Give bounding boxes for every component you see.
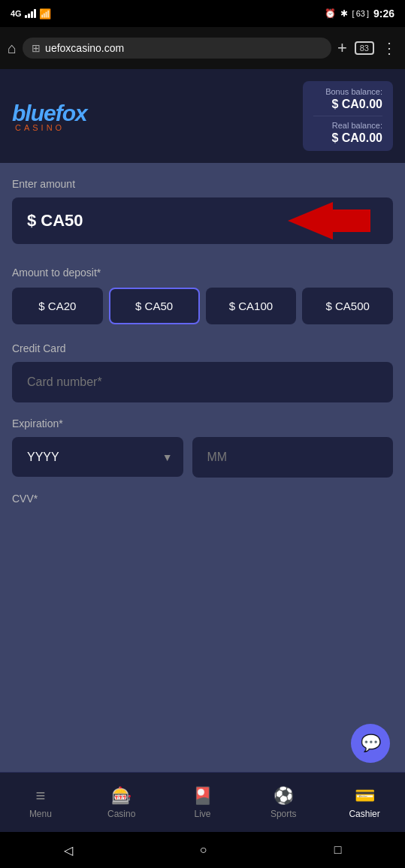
android-nav-bar: ◁ ○ □: [0, 832, 405, 868]
nav-sports[interactable]: ⚽ Sports: [243, 773, 324, 832]
nav-live[interactable]: 🎴 Live: [162, 773, 243, 832]
logo-main: bluefox: [12, 101, 87, 125]
menu-icon: ≡: [35, 786, 45, 806]
content: Enter amount Amount to deposit* $ CA20 $…: [0, 163, 405, 520]
signal-bar-2: [28, 14, 30, 18]
credit-card-section: Credit Card: [12, 342, 393, 402]
back-button[interactable]: ◁: [64, 843, 73, 857]
bonus-balance: $ CA0.00: [313, 98, 382, 111]
expiration-label: Expiration*: [12, 417, 393, 429]
bonus-balance-label: Bonus balance:: [313, 87, 382, 96]
expiration-section: Expiration* YYYY 2024 2025 2026 2027 202…: [12, 417, 393, 478]
real-balance-label: Real balance:: [313, 121, 382, 130]
logo-area: bluefox CASINO: [12, 101, 87, 132]
casino-icon: 🎰: [111, 786, 131, 806]
nav-menu-label: Menu: [29, 809, 52, 819]
chat-icon: 💬: [361, 734, 381, 753]
amount-input[interactable]: [12, 197, 393, 244]
nav-cashier[interactable]: 💳 Cashier: [324, 773, 405, 832]
live-icon: 🎴: [192, 786, 213, 806]
card-number-input[interactable]: [12, 362, 393, 402]
amount-input-wrapper: [12, 197, 393, 244]
expiration-row: YYYY 2024 2025 2026 2027 2028 ▼: [12, 437, 393, 478]
home-icon[interactable]: ⌂: [8, 40, 17, 57]
signal-bars: [25, 9, 36, 18]
url-bar[interactable]: ⊞ uefoxcasino.com: [23, 38, 331, 59]
battery-level: 63: [356, 9, 365, 18]
time-display: 9:26: [373, 8, 394, 20]
nav-casino[interactable]: 🎰 Casino: [81, 773, 162, 832]
browser-menu-button[interactable]: ⋮: [382, 39, 397, 57]
year-select[interactable]: YYYY 2024 2025 2026 2027 2028: [12, 437, 183, 477]
amount-btn-500[interactable]: $ CA500: [302, 288, 393, 324]
status-left: 4G 📶: [11, 8, 51, 20]
balance-area: Bonus balance: $ CA0.00 Real balance: $ …: [303, 81, 393, 151]
amount-btn-20[interactable]: $ CA20: [12, 288, 103, 324]
app-header: bluefox CASINO Bonus balance: $ CA0.00 R…: [0, 69, 405, 163]
signal-bar-1: [25, 15, 27, 18]
browser-actions: + 83 ⋮: [337, 38, 397, 58]
cvv-label: CVV*: [12, 493, 393, 505]
signal-bar-4: [34, 9, 36, 18]
url-icon: ⊞: [32, 42, 41, 54]
bluetooth-icon: ✱: [340, 8, 348, 19]
recents-button[interactable]: □: [334, 843, 342, 857]
app-area: bluefox CASINO Bonus balance: $ CA0.00 R…: [0, 69, 405, 868]
real-balance: $ CA0.00: [313, 131, 382, 145]
chat-button[interactable]: 💬: [351, 724, 390, 763]
nav-casino-label: Casino: [107, 809, 135, 819]
signal-bar-3: [31, 11, 33, 18]
browser-bar: ⌂ ⊞ uefoxcasino.com + 83 ⋮: [0, 27, 405, 69]
logo-text: bluefox: [12, 101, 87, 126]
nav-cashier-label: Cashier: [349, 809, 379, 819]
amount-buttons: $ CA20 $ CA50 $ CA100 $ CA500: [12, 288, 393, 324]
home-button[interactable]: ○: [200, 843, 207, 857]
bottom-nav: ≡ Menu 🎰 Casino 🎴 Live ⚽ Sports 💳 Cashie…: [0, 772, 405, 832]
credit-card-label: Credit Card: [12, 342, 393, 354]
status-bar: 4G 📶 ⏰ ✱ [63] 9:26: [0, 0, 405, 27]
url-text: uefoxcasino.com: [45, 42, 124, 54]
battery-icon: [63]: [352, 9, 369, 18]
carrier-text: 4G: [11, 9, 22, 18]
cashier-icon: 💳: [355, 786, 375, 806]
amount-btn-50[interactable]: $ CA50: [109, 288, 200, 324]
logo-sub: CASINO: [15, 123, 87, 132]
nav-live-label: Live: [194, 809, 210, 819]
month-input[interactable]: [192, 437, 394, 478]
year-select-wrapper: YYYY 2024 2025 2026 2027 2028 ▼: [12, 437, 183, 478]
alarm-icon: ⏰: [325, 8, 336, 19]
new-tab-button[interactable]: +: [337, 38, 347, 58]
wifi-icon: 📶: [39, 8, 51, 20]
nav-sports-label: Sports: [271, 809, 297, 819]
sports-icon: ⚽: [274, 786, 294, 806]
nav-menu[interactable]: ≡ Menu: [0, 773, 81, 832]
amount-btn-100[interactable]: $ CA100: [206, 288, 297, 324]
enter-amount-label: Enter amount: [12, 178, 393, 190]
tab-count[interactable]: 83: [355, 41, 374, 55]
deposit-label: Amount to deposit*: [12, 267, 393, 279]
deposit-section: Amount to deposit* $ CA20 $ CA50 $ CA100…: [12, 267, 393, 324]
status-right: ⏰ ✱ [63] 9:26: [325, 8, 394, 20]
